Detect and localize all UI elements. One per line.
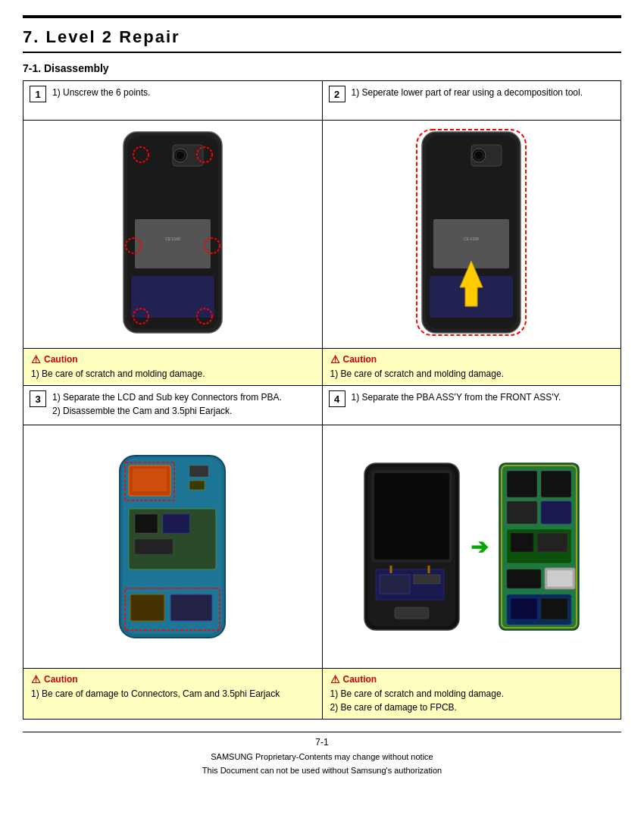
top-border bbox=[23, 15, 621, 18]
svg-rect-44 bbox=[414, 575, 440, 584]
caution1-icon: ⚠ bbox=[31, 353, 41, 365]
page: 7. Level 2 Repair 7-1. Disassembly 1 1) … bbox=[0, 0, 644, 834]
caution4-title: ⚠ Caution bbox=[330, 673, 614, 685]
step1-image: CE 0168 bbox=[23, 121, 322, 348]
caution2-icon: ⚠ bbox=[330, 353, 340, 365]
caution4-icon: ⚠ bbox=[330, 673, 340, 685]
caution2-text: 1) Be care of scratch and molding damage… bbox=[330, 367, 614, 381]
caution3-title: ⚠ Caution bbox=[31, 673, 314, 685]
footer-divider bbox=[23, 732, 621, 732]
caution1-text: 1) Be care of scratch and molding damage… bbox=[31, 367, 314, 381]
step3-cell: 3 1) Separate the LCD and Sub key Connec… bbox=[23, 386, 323, 669]
step4-image: ➔ bbox=[323, 425, 621, 668]
svg-rect-62 bbox=[541, 598, 567, 619]
caution1-title: ⚠ Caution bbox=[31, 353, 314, 365]
caution4-cell: ⚠ Caution 1) Be care of scratch and mold… bbox=[322, 669, 621, 720]
caution3-icon: ⚠ bbox=[31, 673, 41, 685]
step1-phone-svg: CE 0168 bbox=[112, 128, 233, 340]
svg-rect-7 bbox=[131, 276, 214, 318]
caution2-cell: ⚠ Caution 1) Be care of scratch and mold… bbox=[322, 349, 621, 386]
svg-rect-34 bbox=[130, 594, 164, 621]
svg-rect-32 bbox=[135, 539, 173, 554]
step2-desc: 1) Seperate lower part of rear using a d… bbox=[352, 86, 583, 99]
svg-rect-58 bbox=[547, 570, 573, 587]
svg-text:CE 0168: CE 0168 bbox=[464, 237, 480, 241]
main-title: 7. Level 2 Repair bbox=[23, 27, 621, 47]
step1-number: 1 bbox=[30, 86, 46, 102]
step3-image bbox=[23, 425, 322, 668]
step4-header: 4 1) Separate the PBA ASS'Y from the FRO… bbox=[323, 386, 621, 425]
step3-header: 3 1) Separate the LCD and Sub key Connec… bbox=[23, 386, 322, 425]
svg-rect-35 bbox=[170, 594, 212, 621]
svg-rect-56 bbox=[537, 533, 567, 552]
title-divider bbox=[23, 52, 621, 53]
caution2-title: ⚠ Caution bbox=[330, 353, 614, 365]
svg-rect-43 bbox=[380, 575, 410, 594]
footer-page-number: 7-1 bbox=[23, 737, 621, 748]
caution4-line2: 2) Be care of damage to FPCB. bbox=[330, 701, 614, 714]
step2-number: 2 bbox=[329, 86, 345, 102]
step4-cell: 4 1) Separate the PBA ASS'Y from the FRO… bbox=[322, 386, 621, 669]
step3-desc: 1) Separate the LCD and Sub key Connecto… bbox=[52, 390, 282, 418]
svg-rect-61 bbox=[511, 598, 537, 619]
steps-3-4-header-row: 3 1) Separate the LCD and Sub key Connec… bbox=[23, 386, 621, 669]
svg-rect-47 bbox=[395, 607, 429, 619]
svg-rect-27 bbox=[133, 469, 167, 491]
svg-rect-55 bbox=[511, 533, 533, 552]
steps-table: 1 1) Unscrew the 6 points. bbox=[23, 80, 621, 720]
step2-cell: 2 1) Seperate lower part of rear using a… bbox=[322, 81, 621, 349]
footer-text: SAMSUNG Proprietary-Contents may change … bbox=[23, 751, 621, 777]
step3-number: 3 bbox=[30, 390, 46, 407]
step1-cell: 1 1) Unscrew the 6 points. bbox=[23, 81, 323, 349]
step4-arrow: ➔ bbox=[470, 535, 488, 560]
svg-rect-36 bbox=[189, 466, 208, 477]
svg-point-18 bbox=[474, 151, 483, 160]
step2-phone-svg: CE 0168 bbox=[403, 128, 539, 340]
footer-line2: This Document can not be used without Sa… bbox=[23, 764, 621, 778]
svg-text:CE 0168: CE 0168 bbox=[165, 237, 180, 241]
step4-desc: 1) Separate the PBA ASS'Y from the FRONT… bbox=[352, 390, 561, 404]
step2-header: 2 1) Seperate lower part of rear using a… bbox=[323, 81, 621, 121]
caution-row-2: ⚠ Caution 1) Be care of damage to Connec… bbox=[23, 669, 621, 720]
footer-line1: SAMSUNG Proprietary-Contents may change … bbox=[23, 751, 621, 764]
svg-rect-59 bbox=[507, 569, 541, 588]
svg-rect-30 bbox=[135, 514, 158, 533]
caution-row-1: ⚠ Caution 1) Be care of scratch and mold… bbox=[23, 349, 621, 386]
svg-rect-53 bbox=[541, 501, 571, 524]
caution3-cell: ⚠ Caution 1) Be care of damage to Connec… bbox=[23, 669, 323, 720]
step1-header: 1 1) Unscrew the 6 points. bbox=[23, 81, 322, 121]
step3-desc-line2: 2) Disassemble the Cam and 3.5phi Earjac… bbox=[52, 404, 282, 418]
svg-rect-51 bbox=[541, 471, 571, 497]
steps-1-2-header-row: 1 1) Unscrew the 6 points. bbox=[23, 81, 621, 349]
svg-rect-52 bbox=[507, 501, 537, 524]
step4-number: 4 bbox=[329, 390, 345, 407]
step3-board-svg bbox=[114, 452, 231, 641]
svg-rect-5 bbox=[135, 219, 211, 268]
caution1-cell: ⚠ Caution 1) Be care of scratch and mold… bbox=[23, 349, 323, 386]
svg-rect-37 bbox=[189, 481, 205, 490]
step3-desc-line1: 1) Separate the LCD and Sub key Connecto… bbox=[52, 390, 282, 404]
caution4-text: 1) Be care of scratch and molding damage… bbox=[330, 687, 614, 714]
step2-image: CE 0168 bbox=[323, 121, 621, 348]
caution3-text: 1) Be care of damage to Connectors, Cam … bbox=[31, 687, 314, 701]
caution4-line1: 1) Be care of scratch and molding damage… bbox=[330, 687, 614, 701]
step4-pcb-svg bbox=[496, 459, 583, 634]
step4-phone-svg bbox=[361, 459, 463, 634]
svg-rect-50 bbox=[507, 471, 537, 497]
svg-rect-31 bbox=[163, 514, 189, 533]
section-title: 7-1. Disassembly bbox=[23, 62, 621, 74]
step1-desc: 1) Unscrew the 6 points. bbox=[52, 86, 150, 99]
svg-point-4 bbox=[176, 151, 185, 160]
svg-rect-41 bbox=[374, 473, 449, 560]
